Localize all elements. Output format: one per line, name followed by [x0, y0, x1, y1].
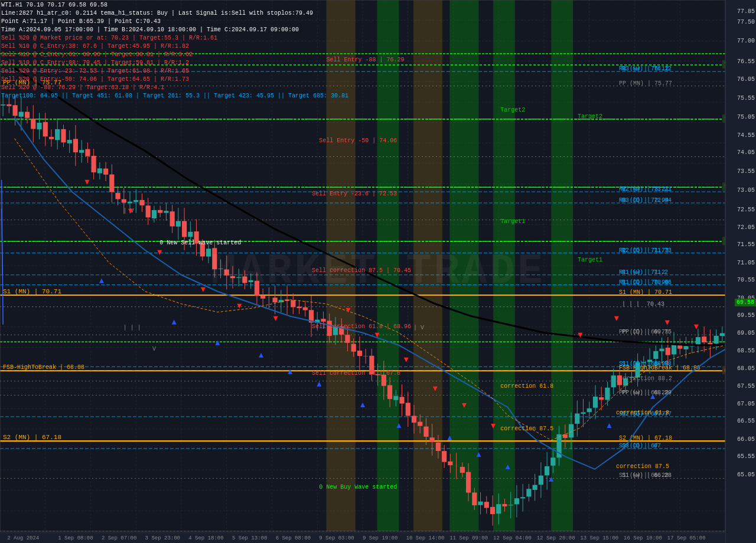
time-label-7: 9 Sep 03:00 — [319, 535, 354, 541]
time-label-9: 10 Sep 14:00 — [406, 535, 445, 541]
price-label-22: 67.05 — [737, 401, 755, 407]
price-label-15: 70.55 — [737, 277, 755, 283]
price-label-10: 73.05 — [737, 187, 755, 194]
time-label-5: 5 Sep 13:00 — [232, 535, 267, 541]
price-label-0: 77.85 — [737, 8, 755, 15]
time-label-2: 2 Sep 07:00 — [102, 535, 136, 541]
watermark: MARKET TRADE — [211, 247, 545, 296]
price-label-23: 66.55 — [737, 418, 755, 424]
price-label-14: 71.05 — [737, 260, 755, 266]
time-label-14: 16 Sep 10:00 — [624, 535, 662, 541]
time-label-12: 12 Sep 20:00 — [537, 535, 575, 541]
price-label-25: 65.55 — [737, 453, 755, 460]
price-label-7: 74.55 — [737, 132, 755, 139]
time-label-15: 17 Sep 05:00 — [667, 535, 706, 541]
price-label-1: 77.50 — [737, 19, 755, 25]
price-label-26: 65.05 — [737, 472, 755, 478]
price-label-20: 68.05 — [737, 365, 755, 372]
price-label-5: 75.55 — [737, 95, 755, 102]
chart-container: MARKET TRADE WTI.H1 70.10 70.17 69.58 69… — [0, 0, 756, 543]
price-label-4: 76.05 — [737, 76, 755, 83]
time-label-1: 1 Sep 08:00 — [58, 535, 93, 541]
time-label-13: 13 Sep 15:00 — [580, 535, 618, 541]
time-label-3: 3 Sep 23:00 — [145, 535, 180, 541]
time-label-6: 6 Sep 08:00 — [276, 535, 311, 541]
price-scale: 77.8577.5077.0076.5576.0575.5575.0574.55… — [725, 0, 756, 543]
price-label-24: 66.05 — [737, 436, 755, 443]
price-label-6: 75.05 — [737, 114, 755, 120]
time-label-10: 11 Sep 09:00 — [449, 535, 488, 541]
current-price-box: 69.58 — [735, 299, 756, 306]
price-label-17: 69.55 — [737, 312, 755, 319]
price-label-21: 67.55 — [737, 383, 755, 390]
price-label-18: 69.05 — [737, 330, 755, 336]
price-label-11: 72.55 — [737, 207, 755, 213]
price-label-12: 72.05 — [737, 224, 755, 231]
time-scale: 2 Aug 20241 Sep 08:002 Sep 07:003 Sep 23… — [0, 532, 725, 543]
price-label-2: 77.00 — [737, 38, 755, 44]
time-label-0: 2 Aug 2024 — [7, 535, 39, 541]
price-label-3: 76.55 — [737, 58, 755, 65]
time-label-8: 9 Sep 19:00 — [363, 535, 397, 541]
price-label-8: 74.05 — [737, 149, 755, 156]
time-label-11: 12 Sep 04:00 — [493, 535, 532, 541]
price-label-9: 73.55 — [737, 168, 755, 175]
price-label-13: 71.55 — [737, 241, 755, 248]
price-label-19: 68.55 — [737, 348, 755, 354]
time-label-4: 4 Sep 18:00 — [188, 535, 223, 541]
